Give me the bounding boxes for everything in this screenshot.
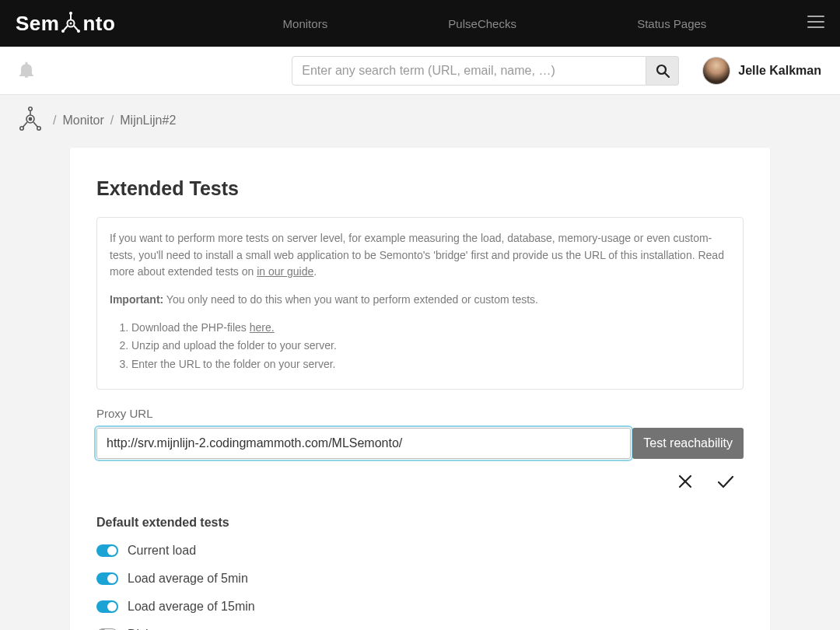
test-label: Load average of 5min <box>128 572 248 586</box>
test-row: Load average of 5min <box>96 572 744 586</box>
proxy-url-label: Proxy URL <box>96 407 744 420</box>
svg-line-12 <box>665 73 669 77</box>
search <box>292 56 679 86</box>
test-row: Current load <box>96 544 744 558</box>
nav-statuspages[interactable]: Status Pages <box>637 17 706 30</box>
breadcrumb-current[interactable]: MijnLijn#2 <box>120 114 176 128</box>
guide-link[interactable]: in our guide <box>257 265 313 278</box>
cancel-button[interactable] <box>675 471 695 494</box>
confirm-button[interactable] <box>714 471 737 494</box>
top-nav: Sem nto Monitors PulseChecks Status Page… <box>0 0 840 47</box>
svg-point-18 <box>20 127 23 130</box>
test-reachability-button[interactable]: Test reachability <box>632 428 744 459</box>
user-name: Jelle Kalkman <box>738 64 821 78</box>
brand-logo[interactable]: Sem nto <box>16 12 202 36</box>
proxy-url-input[interactable] <box>96 428 631 459</box>
check-icon <box>717 474 734 488</box>
info-text: If you want to perform more tests on ser… <box>110 232 724 278</box>
test-toggle[interactable] <box>96 572 118 585</box>
important-label: Important: <box>110 293 163 306</box>
user-menu[interactable]: Jelle Kalkman <box>702 57 821 85</box>
proxy-row: Test reachability <box>96 428 744 459</box>
nav-pulsechecks[interactable]: PulseChecks <box>448 17 516 30</box>
svg-point-3 <box>69 12 72 15</box>
step-2: Unzip and upload the folder to your serv… <box>131 338 730 355</box>
menu-icon[interactable] <box>807 15 824 32</box>
search-icon <box>656 64 670 78</box>
page-title: Extended Tests <box>96 177 744 200</box>
test-toggle[interactable] <box>96 544 118 557</box>
svg-point-14 <box>29 117 31 120</box>
nav-links: Monitors PulseChecks Status Pages <box>222 17 767 30</box>
test-row: Load average of 15min <box>96 600 744 614</box>
test-label: Load average of 15min <box>128 600 255 614</box>
svg-point-7 <box>77 30 80 33</box>
svg-point-20 <box>37 127 40 130</box>
svg-point-16 <box>29 107 32 110</box>
svg-point-1 <box>70 23 72 25</box>
breadcrumb-sep: / <box>53 114 56 128</box>
close-icon <box>678 474 692 488</box>
search-input[interactable] <box>292 56 646 86</box>
proxy-actions <box>96 471 744 494</box>
tests-list: Current loadLoad average of 5minLoad ave… <box>96 544 744 630</box>
nav-monitors[interactable]: Monitors <box>283 17 328 30</box>
breadcrumb: / Monitor / MijnLijn#2 <box>0 95 840 143</box>
download-link[interactable]: here. <box>250 321 275 334</box>
test-toggle[interactable] <box>96 600 118 613</box>
breadcrumb-monitor[interactable]: Monitor <box>62 114 103 128</box>
important-text: You only need to do this when you want t… <box>163 293 538 306</box>
test-label: Current load <box>128 544 196 558</box>
logo-icon <box>61 12 81 35</box>
extended-tests-card: Extended Tests If you want to perform mo… <box>70 148 770 630</box>
info-box: If you want to perform more tests on ser… <box>96 217 744 390</box>
notifications-icon[interactable] <box>19 61 34 81</box>
breadcrumb-sep: / <box>110 114 114 128</box>
default-tests-label: Default extended tests <box>96 516 744 530</box>
step-3: Enter the URL to the folder on your serv… <box>131 356 730 373</box>
svg-point-5 <box>61 30 65 33</box>
step-1: Download the PHP-files here. <box>131 320 730 337</box>
util-bar: Jelle Kalkman <box>0 47 840 95</box>
search-button[interactable] <box>646 56 679 86</box>
avatar <box>702 57 730 85</box>
breadcrumb-root-icon[interactable] <box>19 106 42 135</box>
install-steps: Download the PHP-files here. Unzip and u… <box>131 320 730 373</box>
